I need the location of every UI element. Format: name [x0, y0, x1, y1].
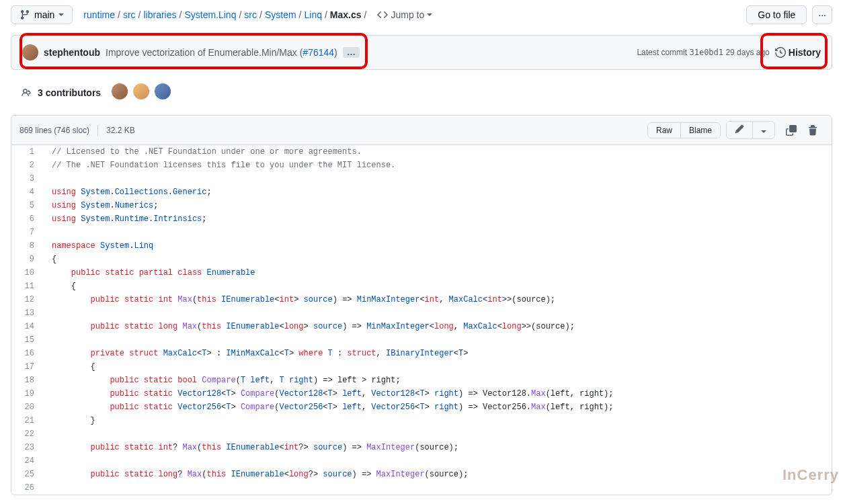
code-line[interactable]: namespace System.Linq	[45, 239, 153, 253]
code-line[interactable]: public static bool Compare(T left, T rig…	[45, 374, 401, 387]
line-number[interactable]: 11	[11, 280, 45, 293]
line-number[interactable]: 26	[11, 481, 45, 495]
commit-info-box: stephentoub Improve vectorization of Enu…	[11, 35, 832, 70]
code-line[interactable]: public static long Max(this IEnumerable<…	[45, 320, 575, 333]
breadcrumb-link[interactable]: libraries	[144, 9, 177, 20]
file-header-bar: main runtime/ src/ libraries/ System.Lin…	[11, 0, 832, 35]
code-line[interactable]: // The .NET Foundation licenses this fil…	[45, 159, 395, 172]
code-line[interactable]: {	[45, 253, 56, 266]
branch-select-button[interactable]: main	[11, 5, 73, 24]
code-line[interactable]	[45, 226, 52, 239]
line-number[interactable]: 3	[11, 172, 45, 185]
raw-button[interactable]: Raw	[648, 123, 681, 138]
code-line[interactable]: public static partial class Enumerable	[45, 266, 255, 280]
code-line[interactable]: public static int Max(this IEnumerable<i…	[45, 293, 555, 306]
line-number[interactable]: 25	[11, 468, 45, 481]
delete-button[interactable]	[802, 122, 824, 138]
line-number[interactable]: 9	[11, 253, 45, 266]
commit-meta: Latest commit 31e0bd1 29 days ago	[637, 48, 769, 57]
line-number[interactable]: 17	[11, 360, 45, 374]
code-line[interactable]: }	[45, 414, 95, 427]
caret-down-icon	[58, 13, 64, 16]
code-line[interactable]	[45, 427, 52, 441]
code-line[interactable]: private struct MaxCalc<T> : IMinMaxCalc<…	[45, 347, 468, 360]
code-line[interactable]	[45, 454, 52, 468]
contributor-avatar[interactable]	[155, 83, 171, 99]
line-number[interactable]: 20	[11, 401, 45, 414]
caret-down-icon	[427, 13, 432, 16]
expand-commit-button[interactable]: …	[343, 47, 360, 58]
line-number[interactable]: 18	[11, 374, 45, 387]
code-line[interactable]: {	[45, 360, 95, 374]
line-number[interactable]: 7	[11, 226, 45, 239]
commit-author[interactable]: stephentoub	[44, 47, 100, 58]
history-icon	[775, 47, 786, 58]
breadcrumb-link[interactable]: src	[244, 9, 257, 20]
line-number[interactable]: 24	[11, 454, 45, 468]
code-line[interactable]: public static Vector256<T> Compare(Vecto…	[45, 401, 613, 414]
line-number[interactable]: 23	[11, 441, 45, 454]
copy-icon	[786, 125, 797, 136]
line-number[interactable]: 12	[11, 293, 45, 306]
breadcrumb-current: Max.cs	[330, 9, 362, 20]
line-number[interactable]: 5	[11, 199, 45, 212]
code-line[interactable]: public static int? Max(this IEnumerable<…	[45, 441, 458, 454]
code-line[interactable]: public static Vector128<T> Compare(Vecto…	[45, 387, 613, 401]
edit-dropdown-button[interactable]	[753, 122, 774, 138]
breadcrumb-link[interactable]: System.Linq	[184, 9, 236, 20]
code-content[interactable]: 1// Licensed to the .NET Foundation unde…	[11, 145, 832, 495]
line-number[interactable]: 19	[11, 387, 45, 401]
breadcrumb-link[interactable]: src	[123, 9, 136, 20]
code-icon	[377, 9, 388, 20]
line-number[interactable]: 21	[11, 414, 45, 427]
code-line[interactable]: using System.Runtime.Intrinsics;	[45, 212, 206, 226]
blame-button[interactable]: Blame	[681, 123, 720, 138]
code-line[interactable]: public static long? Max(this IEnumerable…	[45, 468, 468, 481]
edit-group	[726, 121, 775, 139]
line-number[interactable]: 4	[11, 185, 45, 199]
contributors-bar: 3 contributors	[11, 75, 832, 115]
git-branch-icon	[19, 9, 30, 20]
avatar[interactable]	[22, 44, 38, 60]
caret-down-icon	[761, 130, 766, 133]
contributor-avatar[interactable]	[112, 83, 128, 99]
file-line-count: 869 lines (746 sloc)	[19, 126, 89, 135]
breadcrumb-link[interactable]: Linq	[304, 9, 321, 20]
breadcrumb-link[interactable]: runtime	[83, 9, 115, 20]
line-number[interactable]: 14	[11, 320, 45, 333]
people-icon	[22, 87, 32, 98]
breadcrumb-link[interactable]: System	[265, 9, 296, 20]
view-mode-group: Raw Blame	[647, 122, 721, 138]
file-size: 32.2 KB	[106, 126, 135, 135]
commit-message[interactable]: Improve vectorization of Enumerable.Min/…	[106, 47, 337, 58]
line-number[interactable]: 13	[11, 306, 45, 320]
contributor-avatar[interactable]	[133, 83, 149, 99]
more-options-button[interactable]: ···	[812, 5, 832, 24]
commit-sha[interactable]: 31e0bd1	[689, 48, 723, 57]
code-line[interactable]	[45, 172, 52, 185]
line-number[interactable]: 22	[11, 427, 45, 441]
go-to-file-button[interactable]: Go to file	[746, 5, 807, 24]
line-number[interactable]: 16	[11, 347, 45, 360]
trash-icon	[807, 125, 818, 136]
line-number[interactable]: 10	[11, 266, 45, 280]
code-line[interactable]: {	[45, 280, 76, 293]
line-number[interactable]: 8	[11, 239, 45, 253]
line-number[interactable]: 1	[11, 145, 45, 159]
line-number[interactable]: 15	[11, 333, 45, 347]
code-line[interactable]	[45, 306, 52, 320]
code-line[interactable]: using System.Collections.Generic;	[45, 185, 212, 199]
edit-button[interactable]	[727, 122, 753, 138]
jump-to-button[interactable]: Jump to	[377, 9, 432, 20]
history-button[interactable]: History	[775, 47, 821, 58]
pencil-icon	[735, 124, 744, 134]
code-line[interactable]: using System.Numerics;	[45, 199, 158, 212]
line-number[interactable]: 2	[11, 159, 45, 172]
contributors-label[interactable]: 3 contributors	[38, 87, 101, 98]
pr-link[interactable]: #76144	[303, 47, 334, 58]
code-line[interactable]: // Licensed to the .NET Foundation under…	[45, 145, 362, 159]
copy-button[interactable]	[780, 122, 802, 138]
code-line[interactable]	[45, 481, 52, 495]
code-line[interactable]	[45, 333, 52, 347]
line-number[interactable]: 6	[11, 212, 45, 226]
